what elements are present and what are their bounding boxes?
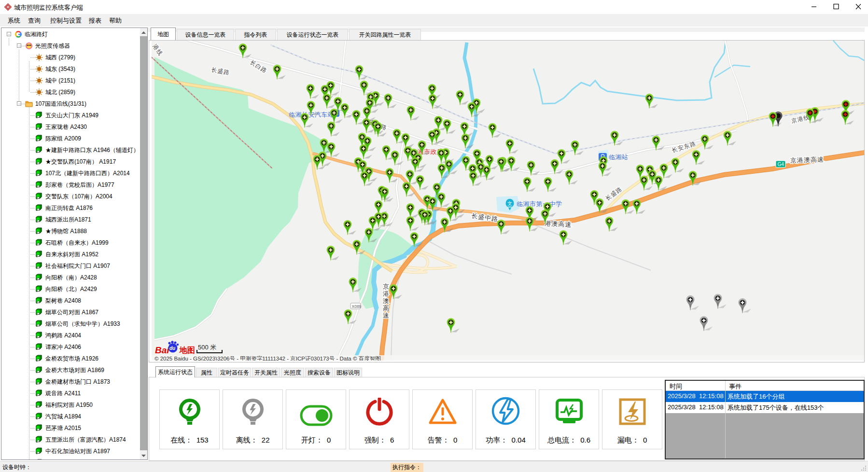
svg-text:文: 文 — [507, 201, 512, 206]
svg-text:高: 高 — [383, 305, 389, 312]
svg-text:港: 港 — [383, 290, 389, 297]
svg-text:京: 京 — [383, 283, 389, 290]
svg-text:京港澳高速: 京港澳高速 — [790, 156, 824, 164]
svg-text:500 米: 500 米 — [198, 344, 216, 351]
svg-text:澳: 澳 — [382, 297, 389, 305]
svg-text:临湘站: 临湘站 — [609, 153, 629, 161]
svg-text:临湘市第一中学: 临湘市第一中学 — [517, 200, 562, 208]
svg-text:地图: 地图 — [179, 346, 195, 354]
svg-text:© 2025 Baidu - GS(2023)3206号 -: © 2025 Baidu - GS(2023)3206号 - 甲测资字11111… — [154, 356, 381, 361]
svg-text:港澳高速: 港澳高速 — [545, 220, 572, 228]
svg-text:Bai: Bai — [155, 345, 169, 355]
svg-text:X089: X089 — [352, 304, 362, 309]
svg-text:du: du — [169, 346, 175, 351]
svg-text:G4: G4 — [778, 162, 784, 167]
svg-text:速: 速 — [383, 312, 389, 319]
